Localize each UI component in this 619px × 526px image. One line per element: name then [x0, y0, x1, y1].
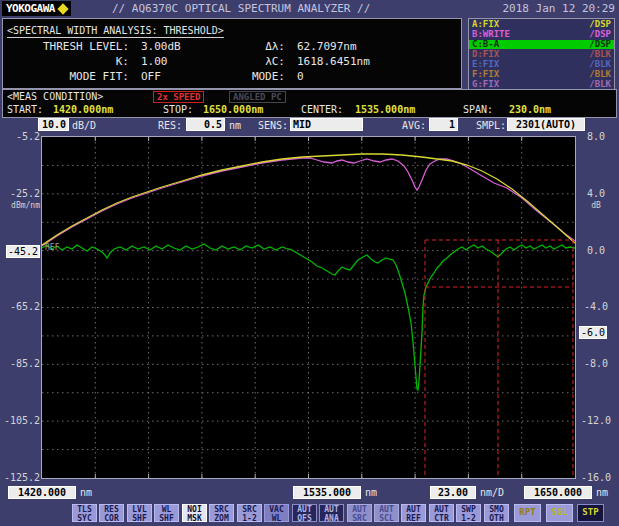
analysis-row: THRESH LEVEL: 3.00dB Δλ: 62.7097nm	[3, 39, 461, 54]
center-value[interactable]: 1535.000nm	[355, 104, 415, 115]
threshold-marker: -6.0	[579, 326, 615, 339]
left-axis-tick: -45.2	[0, 245, 40, 258]
left-axis-tick: -25.2	[0, 188, 40, 200]
sweep-stop-button[interactable]: STP	[577, 504, 604, 522]
softkey-line2: SYC	[73, 515, 96, 524]
trace-row-f[interactable]: F:FIX/BLK	[469, 70, 614, 79]
trace-row-c[interactable]: C:B-A/DSP	[469, 40, 614, 49]
trace-mode: /DSP	[589, 20, 611, 29]
plot-grid	[42, 137, 575, 478]
trace-name: G:FIX	[472, 80, 499, 89]
ref-level-readout[interactable]: -45.2	[6, 245, 40, 258]
left-axis-tick: -125.2	[0, 472, 40, 484]
span-label: SPAN:	[463, 104, 493, 115]
softkey-smo-oth[interactable]: SMOOTH	[484, 504, 509, 522]
left-axis-tick: -85.2	[0, 358, 40, 370]
softkey-line2: REF	[402, 515, 425, 524]
sens-label: SENS:	[258, 120, 288, 131]
right-axis-tick: 8.0	[578, 131, 614, 143]
trace-row-a[interactable]: A:FIX/DSP	[469, 20, 614, 29]
softkey-line2: SRC	[348, 515, 371, 524]
trace-legend-panel: A:FIX/DSPB:WRITE/DSPC:B-A/DSPD:FIX/BLKE:…	[468, 18, 615, 91]
sweep-repeat-button[interactable]: RPT	[514, 504, 541, 522]
softkey-src-1-2[interactable]: SRC1-2	[237, 504, 262, 522]
lambda-c-value: 1618.6451nm	[285, 54, 461, 69]
softkey-line2: 1-2	[457, 515, 480, 524]
softkey-aut-scl[interactable]: AUTSCL	[374, 504, 399, 522]
span-value[interactable]: 230.0nm	[509, 104, 551, 115]
softkey-line2: OTH	[485, 515, 508, 524]
threshold-marker-readout[interactable]: -6.0	[579, 326, 607, 339]
right-axis-unit: dB	[578, 200, 614, 212]
sens-field[interactable]: MID	[290, 118, 363, 131]
softkey-src-zom[interactable]: SRCZOM	[209, 504, 234, 522]
mode-label: MODE:	[241, 69, 285, 84]
right-axis-tick: -4.0	[578, 301, 614, 313]
trace-mode: /BLK	[589, 50, 611, 59]
window-title: // AQ6370C OPTICAL SPECTRUM ANALYZER //	[112, 2, 370, 15]
xaxis-center-field[interactable]: 1535.000	[293, 486, 361, 499]
xaxis-stop-field[interactable]: 1650.000	[524, 486, 592, 499]
softkey-aut-ana[interactable]: AUTANA	[319, 504, 344, 522]
softkey-res-cor[interactable]: RESCOR	[99, 504, 124, 522]
res-field[interactable]: 0.5	[186, 118, 225, 131]
trace-name: C:B-A	[472, 40, 499, 49]
softkey-aut-ref[interactable]: AUTREF	[401, 504, 426, 522]
softkey-line2: WL	[265, 515, 288, 524]
analysis-row: MODE FIT: OFF MODE: 0	[3, 69, 461, 84]
left-axis-tick: -105.2	[0, 415, 40, 427]
trace-mode: /DSP	[589, 30, 611, 39]
softkey-line2: 1-2	[238, 515, 261, 524]
trace-row-b[interactable]: B:WRITE/DSP	[469, 30, 614, 39]
softkey-wl-shf[interactable]: WLSHF	[154, 504, 179, 522]
softkey-swp-1-2[interactable]: SWP1-2	[456, 504, 481, 522]
softkey-aut-ofs[interactable]: AUTOFS	[292, 504, 317, 522]
k-label: K:	[3, 54, 129, 69]
trace-mode: /BLK	[589, 60, 611, 69]
softkey-noi-msk[interactable]: NOIMSK	[182, 504, 207, 522]
softkey-lvl-shf[interactable]: LVLSHF	[127, 504, 152, 522]
sweep-single-button[interactable]: SGL	[546, 504, 573, 522]
title-bar: YOKOGAWA // AQ6370C OPTICAL SPECTRUM ANA…	[0, 0, 619, 17]
softkey-line2: ANA	[320, 515, 343, 524]
mode-fit-label: MODE FIT:	[3, 69, 129, 84]
xaxis-start-field[interactable]: 1420.000	[8, 486, 76, 499]
right-axis-tick: -16.0	[578, 472, 614, 484]
level-scale-unit: dB/D	[72, 120, 96, 131]
trace-name: E:FIX	[472, 60, 499, 69]
level-scale-field[interactable]: 10.0	[38, 118, 69, 131]
softkey-aut-src[interactable]: AUTSRC	[347, 504, 372, 522]
ref-line-label: REF	[45, 243, 60, 252]
start-label: START:	[7, 104, 43, 115]
softkey-vac-wl[interactable]: VACWL	[264, 504, 289, 522]
softkey-tls-syc[interactable]: TLSSYC	[72, 504, 97, 522]
start-value[interactable]: 1420.000nm	[53, 104, 113, 115]
datetime-display: 2018 Jan 12 20:29	[502, 2, 615, 15]
right-axis-tick: -12.0	[578, 415, 614, 427]
delta-lambda-label: Δλ:	[241, 39, 285, 54]
stop-value[interactable]: 1650.000nm	[203, 104, 263, 115]
mode-fit-value: OFF	[129, 69, 241, 84]
trace-row-d[interactable]: D:FIX/BLK	[469, 50, 614, 59]
spectrum-plot-svg: REF	[42, 137, 575, 478]
trace-mode: /BLK	[589, 80, 611, 89]
xaxis-scale-field[interactable]: 23.00	[430, 486, 476, 499]
trace-mode: /DSP	[589, 40, 611, 49]
trace-name: F:FIX	[472, 70, 499, 79]
xaxis-center-unit: nm	[365, 487, 377, 498]
softkey-line2: SHF	[128, 515, 151, 524]
smpl-field[interactable]: 2301(AUTO)	[507, 118, 585, 131]
softkey-line2: SHF	[155, 515, 178, 524]
softkey-aut-ctr[interactable]: AUTCTR	[429, 504, 454, 522]
xaxis-stop-unit: nm	[596, 487, 608, 498]
yokogawa-logo: YOKOGAWA	[2, 1, 71, 16]
logo-diamond-icon	[57, 3, 68, 14]
stop-label: STOP:	[163, 104, 193, 115]
trace-row-g[interactable]: G:FIX/BLK	[469, 80, 614, 89]
angled-pc-badge: ANGLED PC	[229, 91, 286, 103]
softkey-line2: COR	[100, 515, 123, 524]
xaxis-start-unit: nm	[80, 487, 92, 498]
analysis-row: K: 1.00 λC: 1618.6451nm	[3, 54, 461, 69]
trace-row-e[interactable]: E:FIX/BLK	[469, 60, 614, 69]
avg-field[interactable]: 1	[429, 118, 458, 131]
